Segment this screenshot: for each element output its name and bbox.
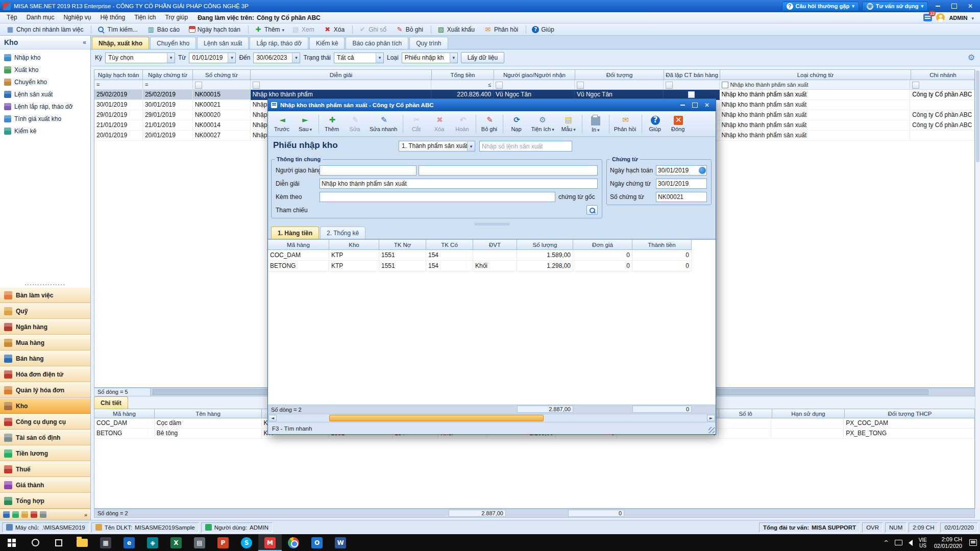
doc-date-field[interactable] [656, 179, 707, 189]
module-tai-san-co-dinh[interactable]: Tài sản cố định [0, 430, 90, 445]
search-button[interactable]: Tìm kiếm... [94, 24, 142, 35]
quick-access-icon-4[interactable] [31, 511, 37, 518]
tray-expand-icon[interactable]: ^ [881, 534, 892, 551]
module-kho[interactable]: Kho [0, 398, 90, 414]
chevron-down-icon[interactable] [450, 53, 457, 63]
search-button[interactable] [23, 534, 47, 551]
delete-button[interactable]: Xóa [321, 24, 350, 35]
sidebar-splitter[interactable] [0, 282, 90, 287]
date-picker-icon[interactable] [699, 167, 706, 174]
table-row[interactable]: BETONGKTP1551154Khối1.298,0000 [268, 261, 716, 271]
chrome-icon[interactable] [282, 534, 305, 551]
close-button[interactable] [701, 101, 713, 110]
tab-thong-ke[interactable]: 2. Thống kê [320, 227, 365, 239]
delete-button[interactable]: Xóa [428, 113, 451, 135]
help-button[interactable]: Giúp [644, 113, 667, 135]
grid-header-row[interactable]: Mã hàngKhoTK NợTK CóĐVTSố lượngĐơn giáTh… [268, 240, 716, 250]
module-thue[interactable]: Thuế [0, 461, 90, 477]
load-button[interactable]: Nạp [505, 113, 528, 135]
minimize-button[interactable] [931, 1, 944, 11]
tab-quy-trinh[interactable]: Quy trình [409, 37, 448, 49]
powerpoint-icon[interactable]: P [211, 534, 235, 551]
module-hoa-don-dien-tu[interactable]: Hóa đơn điện tử [0, 366, 90, 382]
tab-bao-cao-phan-tich[interactable]: Báo cáo phân tích [346, 37, 408, 49]
unpost-button[interactable]: Bỏ ghi [393, 24, 428, 35]
sidebar-item-lenh-san-xuat[interactable]: Lệnh sản xuất [0, 88, 90, 101]
sidebar-item-nhap-kho[interactable]: Nhập kho [0, 52, 90, 64]
module-gia-thanh[interactable]: Giá thành [0, 477, 90, 493]
module-quy[interactable]: Quỹ [0, 303, 90, 319]
table-row[interactable]: ==≤Nhập kho thành phẩm sản xuất [94, 80, 974, 90]
table-row[interactable]: COC_DAMKTP15511541.589,0000 [268, 250, 716, 261]
notification-chat-icon[interactable]: 22 [923, 14, 932, 21]
taskbar-clock[interactable]: 2:09 CH 02/01/2020 [930, 536, 966, 549]
edit-button[interactable]: Sửa [344, 113, 366, 135]
attachment-field[interactable] [320, 192, 555, 202]
view-button[interactable]: Xem [288, 24, 320, 35]
sidebar-item-chuyen-kho[interactable]: Chuyển kho [0, 76, 90, 88]
task-view-button[interactable] [47, 534, 70, 551]
export-button[interactable]: Xuất khẩu [434, 24, 480, 35]
deliverer-code-field[interactable] [320, 165, 416, 176]
quick-edit-button[interactable]: Sửa nhanh [367, 113, 401, 135]
skype-icon[interactable]: S [235, 534, 258, 551]
outlook-icon[interactable]: O [305, 534, 329, 551]
unpost-button[interactable]: Bỏ ghi [478, 113, 501, 135]
quick-access-icon-2[interactable] [12, 511, 19, 518]
undo-button[interactable]: Hoàn [451, 113, 474, 135]
support-button[interactable]: ☏ Tư vấn sử dụng ▾ [862, 2, 928, 11]
select-branch-button[interactable]: Chọn chi nhánh làm việc [3, 24, 88, 35]
deliverer-name-field[interactable] [419, 165, 598, 176]
module-ngan-hang[interactable]: Ngân hàng [0, 319, 90, 335]
chevron-down-icon[interactable] [376, 53, 383, 63]
chevron-down-icon[interactable] [167, 53, 175, 63]
status-select[interactable]: Tất cả [334, 53, 384, 63]
scroll-left-arrow[interactable]: ◄ [268, 415, 277, 421]
doc-no-field[interactable] [656, 192, 707, 202]
posting-date-button[interactable]: Ngày hạch toán [186, 24, 246, 35]
network-icon[interactable] [892, 534, 905, 551]
description-field[interactable] [320, 179, 598, 189]
module-tien-luong[interactable]: Tiền lương [0, 445, 90, 461]
next-button[interactable]: Sau [294, 113, 316, 135]
post-button[interactable]: Ghi sổ [355, 24, 391, 35]
menu-item[interactable]: Nghiệp vụ [59, 12, 95, 23]
grid-filter-row[interactable]: ==≤Nhập kho thành phẩm sản xuất [94, 80, 974, 90]
report-button[interactable]: Báo cáo [144, 24, 185, 35]
settings-gear-icon[interactable] [966, 52, 977, 63]
module-ban-hang[interactable]: Bán hàng [0, 350, 90, 366]
volume-icon[interactable] [905, 534, 916, 551]
action-center-icon[interactable] [966, 534, 980, 551]
help-button[interactable]: Giúp [529, 24, 559, 35]
add-button[interactable]: Thêm [321, 113, 344, 135]
chevron-down-icon[interactable] [292, 53, 300, 63]
grid-header-row[interactable]: Ngày hạch toánNgày chứng từSố chứng từDi… [94, 70, 974, 80]
pinned-app-icon-3[interactable]: ◈ [141, 534, 164, 551]
chevron-down-icon[interactable] [971, 14, 974, 21]
sidebar-item-kiem-ke[interactable]: Kiểm kê [0, 125, 90, 137]
cut-button[interactable]: Cắt [405, 113, 428, 135]
add-button[interactable]: Thêm [251, 24, 287, 35]
sidebar-item-tinh-gia-xuat-kho[interactable]: Tính giá xuất kho [0, 113, 90, 125]
tab-chi-tiet[interactable]: Chi tiết [94, 396, 128, 409]
minimize-button[interactable] [677, 101, 688, 110]
module-ban-lam-viec[interactable]: Bàn làm việc [0, 287, 90, 303]
menu-item[interactable]: Tiện ích [130, 12, 160, 23]
module-mua-hang[interactable]: Mua hàng [0, 335, 90, 350]
menu-item[interactable]: Tệp [2, 12, 22, 23]
module-tong-hop[interactable]: Tổng hợp [0, 493, 90, 509]
utilities-button[interactable]: Tiện ích [528, 113, 556, 135]
pinned-app-icon-1[interactable]: ▦ [94, 534, 117, 551]
period-select[interactable]: Tùy chọn [105, 53, 175, 63]
reference-lookup-button[interactable] [586, 205, 598, 215]
start-button[interactable] [0, 534, 23, 551]
pinned-app-icon-2[interactable]: e [117, 534, 141, 551]
to-date-field[interactable]: 30/06/2023 [253, 53, 300, 63]
tab-lap-rap-thao-do[interactable]: Lắp ráp, tháo dỡ [250, 37, 308, 49]
print-button[interactable]: In [584, 113, 607, 135]
production-order-input[interactable] [479, 141, 572, 152]
close-button[interactable]: Đóng [667, 113, 690, 135]
word-icon[interactable]: W [329, 534, 352, 551]
quick-access-icon-5[interactable] [40, 511, 46, 518]
tab-hang-tien[interactable]: 1. Hàng tiền [271, 227, 319, 239]
